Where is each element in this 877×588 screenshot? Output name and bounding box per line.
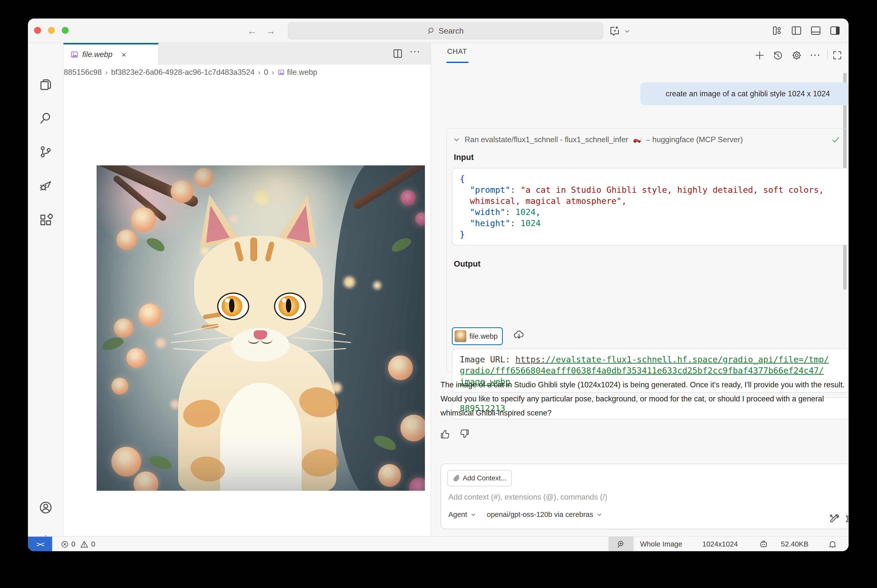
- chevron-down-icon[interactable]: [470, 512, 477, 518]
- input-section-label: Input: [454, 153, 474, 162]
- tool-invocation-card: Ran evalstate/flux1_schnell - flux1_schn…: [447, 128, 848, 372]
- tab-label: file.webp: [82, 50, 113, 59]
- error-count: 0: [71, 540, 75, 548]
- customize-layout-icon[interactable]: [772, 25, 783, 36]
- paperclip-icon: [453, 474, 460, 482]
- toggle-panel-icon[interactable]: [810, 25, 821, 36]
- problems-status[interactable]: 0 0: [60, 537, 95, 551]
- search-input[interactable]: Search: [288, 22, 603, 39]
- warning-icon: [80, 540, 89, 549]
- toggle-primary-sidebar-icon[interactable]: [791, 25, 802, 36]
- tool-header-text: – huggingface (MCP Server): [646, 135, 743, 144]
- title-bar: ← → Search: [28, 18, 848, 43]
- minimize-traffic-light[interactable]: [48, 27, 55, 34]
- agent-mode-dropdown[interactable]: Agent: [448, 510, 467, 519]
- chat-panel-title[interactable]: CHAT: [447, 47, 467, 56]
- tab-close-icon[interactable]: ×: [121, 50, 126, 60]
- breadcrumb[interactable]: 2885156c98 › bf3823e2-6a06-4928-ac96-1c7…: [63, 64, 430, 80]
- output-section-label: Output: [454, 259, 480, 268]
- copilot-chat-icon[interactable]: [609, 25, 620, 36]
- new-chat-icon[interactable]: [754, 50, 765, 61]
- tab-file-webp[interactable]: file.webp ×: [63, 43, 159, 64]
- chat-settings-gear-icon[interactable]: [791, 50, 802, 61]
- vscode-window: ← → Search: [28, 18, 848, 551]
- copilot-chevron-down-icon[interactable]: [624, 28, 631, 35]
- chat-header-divider: [827, 50, 828, 60]
- send-message-icon[interactable]: [844, 513, 848, 524]
- screenshot-root: ← → Search: [0, 0, 877, 588]
- user-message-bubble: create an image of a cat ghibli style 10…: [640, 82, 848, 105]
- search-icon: [427, 27, 436, 35]
- racing-car-emoji: [632, 135, 642, 144]
- chat-panel: CHAT ··· create an image of a cat ghibli…: [430, 43, 848, 536]
- maximize-panel-icon[interactable]: [832, 50, 842, 61]
- success-check-icon: [831, 135, 840, 144]
- chat-history-icon[interactable]: [773, 50, 784, 61]
- breadcrumb-item[interactable]: file.webp: [287, 68, 317, 77]
- close-traffic-light[interactable]: [34, 27, 41, 34]
- zoom-tool-button[interactable]: [608, 537, 634, 551]
- tool-header-text: Ran evalstate/flux1_schnell - flux1_schn…: [465, 135, 628, 144]
- cat-image-preview: [96, 165, 425, 491]
- output-file-chip[interactable]: file.webp: [452, 327, 503, 345]
- tool-invocation-header[interactable]: Ran evalstate/flux1_schnell - flux1_schn…: [452, 135, 848, 144]
- search-sidebar-icon[interactable]: [39, 111, 53, 125]
- run-debug-icon[interactable]: [39, 179, 53, 193]
- file-chip-label: file.webp: [469, 332, 498, 340]
- breadcrumb-item[interactable]: 2885156c98: [63, 68, 102, 77]
- editor-tab-bar: file.webp × ···: [63, 43, 430, 64]
- notifications-bell-icon[interactable]: [828, 537, 837, 551]
- error-icon: [60, 540, 69, 549]
- file-thumbnail: [454, 330, 466, 342]
- add-context-button[interactable]: Add Context...: [447, 470, 512, 486]
- add-context-label: Add Context...: [463, 474, 507, 482]
- zoom-in-icon: [616, 540, 626, 549]
- activity-bar: [28, 43, 63, 536]
- extensions-icon[interactable]: [39, 213, 53, 227]
- webp-file-icon: [71, 51, 78, 58]
- breadcrumb-separator: ›: [272, 68, 274, 76]
- configure-tools-icon[interactable]: [829, 513, 840, 524]
- chat-more-actions-icon[interactable]: ···: [809, 48, 820, 61]
- chat-title-active-indicator: [447, 62, 469, 63]
- download-cloud-icon[interactable]: [513, 329, 525, 341]
- editor-area: file.webp × ··· 2885156c98 › bf3823e2-6a…: [63, 43, 430, 536]
- breadcrumb-item[interactable]: 0: [264, 68, 268, 77]
- chat-input-box[interactable]: Add Context... Add context (#), extensio…: [441, 464, 848, 529]
- image-dimensions-status[interactable]: 1024x1024: [703, 537, 738, 551]
- user-message-text: create an image of a cat ghibli style 10…: [665, 89, 830, 98]
- search-placeholder: Search: [438, 26, 463, 36]
- breadcrumb-separator: ›: [105, 68, 108, 76]
- remote-indicator[interactable]: ><: [28, 537, 52, 551]
- editor-more-actions-icon[interactable]: ···: [409, 45, 420, 57]
- breadcrumb-item[interactable]: bf3823e2-6a06-4928-ac96-1c7d483a3524: [111, 68, 255, 77]
- breadcrumb-separator: ›: [258, 68, 261, 76]
- status-bar: >< 0 0 Whole Image 1024x1024 52.40KB: [28, 536, 848, 551]
- forward-arrow-icon[interactable]: →: [265, 26, 276, 36]
- assistant-response-text: The image of a cat in Studio Ghibli styl…: [441, 378, 848, 420]
- account-icon[interactable]: [39, 500, 53, 514]
- chevron-down-icon[interactable]: [452, 135, 461, 144]
- input-json-block[interactable]: { "prompt": "a cat in Studio Ghibli styl…: [452, 168, 848, 245]
- chevron-down-icon[interactable]: [596, 512, 603, 518]
- thumbs-down-icon[interactable]: [459, 429, 469, 440]
- toggle-secondary-sidebar-icon[interactable]: [829, 25, 841, 36]
- back-arrow-icon[interactable]: ←: [247, 26, 257, 36]
- explorer-icon[interactable]: [39, 78, 53, 92]
- webp-file-icon: [278, 69, 284, 76]
- copilot-status-icon[interactable]: [759, 537, 769, 551]
- zoom-traffic-light[interactable]: [62, 27, 69, 34]
- warning-count: 0: [91, 540, 95, 548]
- chat-input-placeholder[interactable]: Add context (#), extensions (@), command…: [448, 493, 607, 502]
- file-size-status[interactable]: 52.40KB: [781, 537, 808, 551]
- thumbs-up-icon[interactable]: [440, 429, 451, 440]
- split-editor-icon[interactable]: [392, 48, 403, 59]
- source-control-icon[interactable]: [39, 145, 53, 159]
- image-zoom-status[interactable]: Whole Image: [640, 537, 682, 551]
- model-picker-dropdown[interactable]: openai/gpt-oss-120b via cerebras: [487, 510, 593, 519]
